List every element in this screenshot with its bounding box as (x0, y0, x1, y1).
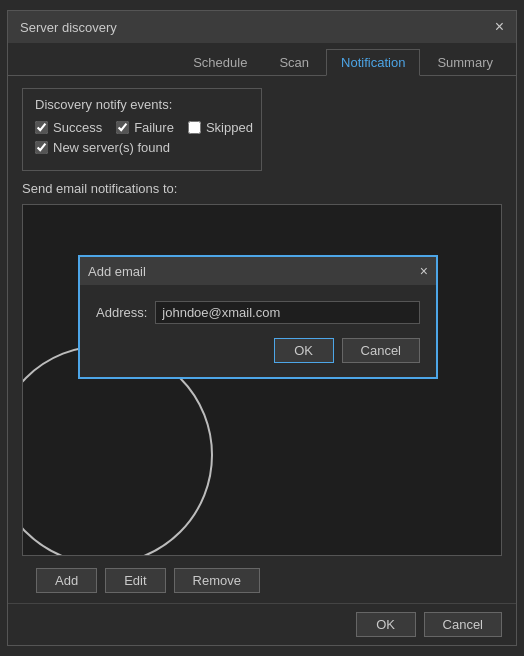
checkbox-row-2: New server(s) found (35, 140, 249, 155)
checkbox-new-server[interactable]: New server(s) found (35, 140, 170, 155)
action-buttons-row: Add Edit Remove (22, 564, 502, 593)
add-email-dialog: Add email × Address: OK Cancel (78, 255, 438, 379)
add-email-dialog-title: Add email (88, 264, 146, 279)
email-list-area: Add email × Address: OK Cancel (22, 204, 502, 556)
add-button[interactable]: Add (36, 568, 97, 593)
checkbox-row-1: Success Failure Skipped (35, 120, 249, 135)
address-label: Address: (96, 305, 147, 320)
ok-button[interactable]: OK (356, 612, 416, 637)
add-email-close-icon[interactable]: × (420, 263, 428, 279)
notify-events-box: Discovery notify events: Success Failure… (22, 88, 262, 171)
add-email-body: Address: OK Cancel (80, 285, 436, 377)
send-email-label: Send email notifications to: (22, 181, 502, 196)
add-email-ok-button[interactable]: OK (274, 338, 334, 363)
checkbox-skipped[interactable]: Skipped (188, 120, 253, 135)
add-email-title-bar: Add email × (80, 257, 436, 285)
title-bar: Server discovery × (8, 11, 516, 43)
tab-schedule[interactable]: Schedule (178, 49, 262, 75)
tab-scan[interactable]: Scan (264, 49, 324, 75)
cancel-button[interactable]: Cancel (424, 612, 502, 637)
checkbox-success[interactable]: Success (35, 120, 102, 135)
add-email-buttons: OK Cancel (96, 338, 420, 363)
notify-events-title: Discovery notify events: (35, 97, 249, 112)
tab-notification[interactable]: Notification (326, 49, 420, 76)
remove-button[interactable]: Remove (174, 568, 260, 593)
edit-button[interactable]: Edit (105, 568, 165, 593)
dialog-title: Server discovery (20, 20, 117, 35)
add-email-cancel-button[interactable]: Cancel (342, 338, 420, 363)
tab-summary[interactable]: Summary (422, 49, 508, 75)
content-area: Discovery notify events: Success Failure… (8, 76, 516, 603)
tab-bar: Schedule Scan Notification Summary (8, 43, 516, 76)
address-row: Address: (96, 301, 420, 324)
close-icon[interactable]: × (495, 19, 504, 35)
checkbox-failure[interactable]: Failure (116, 120, 174, 135)
address-input[interactable] (155, 301, 420, 324)
footer-buttons: OK Cancel (8, 603, 516, 645)
server-discovery-dialog: Server discovery × Schedule Scan Notific… (7, 10, 517, 646)
